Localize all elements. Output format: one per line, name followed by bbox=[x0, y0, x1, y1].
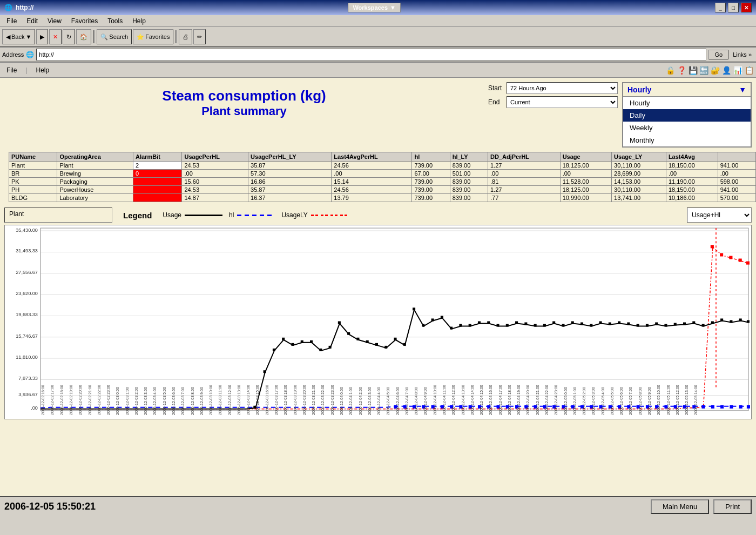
svg-text:2006-12-03 23:00: 2006-12-03 23:00 bbox=[330, 385, 335, 415]
cell-alarm bbox=[133, 194, 182, 202]
table-row[interactable]: BLDG Laboratory 14.87 16.37 13.79 739.00… bbox=[9, 194, 756, 202]
menu-file[interactable]: File bbox=[2, 16, 21, 26]
svg-text:2006-12-04 3:00: 2006-12-04 3:00 bbox=[368, 387, 372, 415]
print-button[interactable]: Print bbox=[713, 499, 752, 514]
favorites-button[interactable]: ⭐ Favorites bbox=[133, 29, 173, 44]
period-dropdown-header: Hourly ▼ bbox=[623, 83, 751, 97]
toolbar-separator-2 bbox=[176, 30, 177, 43]
app-menu-file[interactable]: File bbox=[2, 65, 21, 75]
end-select[interactable]: Current bbox=[507, 96, 618, 108]
legend-title: Legend bbox=[123, 211, 152, 220]
cell-usage-hl-ly: 57.30 bbox=[248, 170, 332, 178]
svg-text:2006-12-03 10:00: 2006-12-03 10:00 bbox=[209, 385, 213, 415]
period-option-monthly[interactable]: Monthly bbox=[623, 134, 751, 146]
period-option-hourly[interactable]: Hourly bbox=[623, 97, 751, 109]
svg-text:2006-12-02 21:00: 2006-12-02 21:00 bbox=[88, 385, 92, 415]
svg-rect-59 bbox=[552, 321, 555, 324]
svg-rect-31 bbox=[291, 343, 294, 346]
hl-line-icon bbox=[237, 215, 275, 216]
time-controls: Start 72 Hours Ago End Current bbox=[488, 82, 618, 148]
svg-text:35,430.00: 35,430.00 bbox=[16, 228, 38, 233]
svg-text:2006-12-05 11:00: 2006-12-05 11:00 bbox=[666, 385, 671, 415]
svg-text:2006-12-05 9:00: 2006-12-05 9:00 bbox=[647, 387, 652, 415]
menu-edit[interactable]: Edit bbox=[22, 16, 42, 26]
back-button[interactable]: ◀ Back ▼ bbox=[2, 29, 35, 44]
start-select[interactable]: 72 Hours Ago bbox=[507, 82, 618, 94]
svg-rect-34 bbox=[319, 349, 322, 351]
col-usage-hl: UsagePerHL bbox=[182, 152, 248, 162]
hl-legend-label: hl bbox=[229, 211, 234, 219]
app-menu-help[interactable]: Help bbox=[31, 65, 53, 75]
svg-rect-22 bbox=[720, 253, 723, 256]
menu-tools[interactable]: Tools bbox=[103, 16, 127, 26]
svg-rect-36 bbox=[338, 321, 341, 324]
col-alarm: AlarmBit bbox=[133, 152, 182, 162]
edit-button[interactable]: ✏ bbox=[193, 29, 206, 44]
table-row[interactable]: PH PowerHouse 24.53 35.87 24.56 739.00 8… bbox=[9, 186, 756, 194]
back-dropdown-icon: ▼ bbox=[25, 34, 31, 40]
table-row[interactable]: BR Brewing 0 .00 57.30 .00 67.00 501.00 … bbox=[9, 170, 756, 178]
cell-usage-hl-ly: 16.86 bbox=[248, 178, 332, 186]
dropdown-arrow-icon[interactable]: ▼ bbox=[739, 85, 746, 94]
minimize-button[interactable]: _ bbox=[715, 3, 726, 12]
menu-view[interactable]: View bbox=[43, 16, 66, 26]
forward-button[interactable]: ▶ bbox=[36, 29, 48, 44]
stop-button[interactable]: ✕ bbox=[49, 29, 62, 44]
status-datetime: 2006-12-05 15:50:21 bbox=[4, 501, 96, 512]
svg-rect-23 bbox=[729, 256, 732, 259]
main-menu-button[interactable]: Main Menu bbox=[651, 499, 709, 514]
cell-name: PH bbox=[9, 186, 57, 194]
table-row[interactable]: Plant Plant 2 24.53 35.87 24.56 739.00 8… bbox=[9, 162, 756, 170]
cell-usage: 10,990.00 bbox=[560, 194, 611, 202]
title-area: Steam consumption (kg) Plant summary bbox=[4, 82, 484, 148]
svg-text:2006-12-02 19:00: 2006-12-02 19:00 bbox=[69, 385, 73, 415]
period-option-weekly[interactable]: Weekly bbox=[623, 122, 751, 134]
legend-hl: hl bbox=[229, 211, 275, 219]
menu-help[interactable]: Help bbox=[128, 16, 150, 26]
edit-icon: ✏ bbox=[197, 34, 202, 41]
svg-rect-46 bbox=[431, 318, 434, 321]
svg-rect-44 bbox=[413, 307, 415, 310]
table-row[interactable]: PK Packaging 15.60 16.86 15.14 739.00 83… bbox=[9, 178, 756, 186]
col-usage-hl-ly: UsagePerHL_LY bbox=[248, 152, 332, 162]
svg-text:2006-12-03 9:00: 2006-12-03 9:00 bbox=[200, 387, 204, 415]
svg-text:2006-12-04 5:00: 2006-12-04 5:00 bbox=[386, 387, 390, 415]
usagely-legend-label: UsageLY bbox=[281, 211, 307, 219]
maximize-button[interactable]: □ bbox=[728, 3, 739, 12]
cell-usage: 18,125.00 bbox=[560, 162, 611, 170]
view-select[interactable]: Usage+Hl Usage UsageLY bbox=[687, 208, 752, 223]
col-hl-ly: hl_LY bbox=[450, 152, 488, 162]
status-buttons: Main Menu Print bbox=[651, 499, 752, 514]
address-input[interactable]: http:// bbox=[36, 49, 706, 61]
cell-last4: 13.79 bbox=[332, 194, 412, 202]
cell-area: Brewing bbox=[57, 170, 133, 178]
svg-text:2006-12-04 12:00: 2006-12-04 12:00 bbox=[451, 385, 456, 415]
svg-text:27,556.67: 27,556.67 bbox=[16, 270, 38, 275]
refresh-button[interactable]: ↻ bbox=[63, 29, 75, 44]
main-content: Steam consumption (kg) Plant summary Sta… bbox=[0, 78, 756, 516]
end-label: End bbox=[488, 98, 504, 106]
svg-text:2006-12-04 6:00: 2006-12-04 6:00 bbox=[396, 387, 400, 415]
svg-rect-63 bbox=[590, 324, 592, 327]
svg-rect-20 bbox=[40, 228, 748, 411]
plant-selector[interactable]: Plant bbox=[4, 208, 112, 223]
page-subtitle: Plant summary bbox=[10, 104, 478, 118]
go-button[interactable]: Go bbox=[708, 50, 728, 59]
svg-rect-55 bbox=[515, 321, 518, 324]
print-toolbar-button[interactable]: 🖨 bbox=[179, 29, 192, 44]
address-bar: Address 🌐 http:// Go Links » bbox=[0, 48, 756, 63]
links-button[interactable]: Links » bbox=[731, 50, 754, 59]
menu-favorites[interactable]: Favorites bbox=[67, 16, 102, 26]
cell-name: Plant bbox=[9, 162, 57, 170]
close-button[interactable]: ✕ bbox=[741, 3, 752, 12]
svg-rect-29 bbox=[273, 349, 275, 351]
workspaces-dropdown[interactable]: Workspaces ▼ bbox=[348, 3, 401, 12]
svg-rect-72 bbox=[674, 323, 677, 326]
home-button[interactable]: 🏠 bbox=[76, 29, 91, 44]
svg-rect-32 bbox=[301, 340, 303, 343]
cell-dd: 1.27 bbox=[488, 162, 560, 170]
svg-rect-33 bbox=[310, 340, 313, 343]
search-button[interactable]: 🔍 Search bbox=[97, 29, 132, 44]
cell-usage-hl: 15.60 bbox=[182, 178, 248, 186]
period-option-daily[interactable]: Daily bbox=[623, 109, 751, 122]
